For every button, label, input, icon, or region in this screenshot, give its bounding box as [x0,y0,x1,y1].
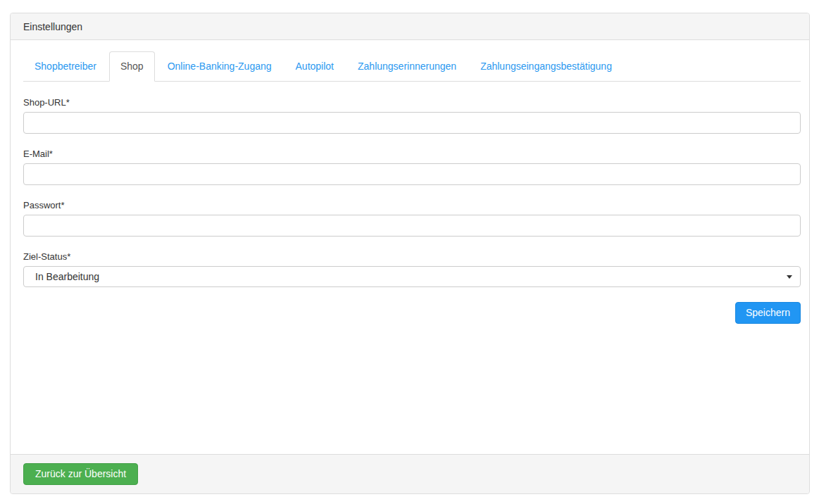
settings-panel: Einstellungen Shopbetreiber Shop Online-… [10,13,810,494]
tab-online-banking-zugang-label[interactable]: Online-Banking-Zugang [156,51,283,82]
ziel-status-select-wrap: In Bearbeitung [23,266,801,287]
panel-title: Einstellungen [11,13,809,40]
email-label: E-Mail* [23,149,801,159]
tab-zahlungserinnerungen[interactable]: Zahlungserinnerungen [346,51,468,82]
tab-shopbetreiber-label[interactable]: Shopbetreiber [23,51,108,82]
save-button[interactable]: Speichern [735,302,801,324]
back-to-overview-button[interactable]: Zurück zur Übersicht [23,463,138,485]
tab-shopbetreiber[interactable]: Shopbetreiber [23,51,108,82]
passwort-label: Passwort* [23,200,801,210]
tab-zahlungseingangsbestaetigung-label[interactable]: Zahlungseingangsbestätigung [469,51,623,82]
tab-shop-label[interactable]: Shop [109,51,155,82]
shop-url-label: Shop-URL* [23,97,801,108]
tab-autopilot-label[interactable]: Autopilot [285,51,345,82]
email-input[interactable] [23,163,801,185]
tab-bar: Shopbetreiber Shop Online-Banking-Zugang… [23,51,801,82]
ziel-status-group: Ziel-Status* In Bearbeitung [23,251,801,287]
save-button-row: Speichern [23,302,801,324]
tab-online-banking-zugang[interactable]: Online-Banking-Zugang [156,51,283,82]
tab-zahlungserinnerungen-label[interactable]: Zahlungserinnerungen [346,51,468,82]
shop-settings-form: Shop-URL* E-Mail* Passwort* Ziel-Status*… [23,97,801,324]
panel-footer: Zurück zur Übersicht [11,454,809,493]
email-group: E-Mail* [23,149,801,185]
shop-url-group: Shop-URL* [23,97,801,134]
passwort-input[interactable] [23,215,801,237]
passwort-group: Passwort* [23,200,801,237]
tab-zahlungseingangsbestaetigung[interactable]: Zahlungseingangsbestätigung [469,51,623,82]
tab-autopilot[interactable]: Autopilot [285,51,345,82]
tab-shop[interactable]: Shop [109,51,155,82]
ziel-status-select[interactable]: In Bearbeitung [23,266,801,287]
panel-body: Shopbetreiber Shop Online-Banking-Zugang… [11,40,809,454]
shop-url-input[interactable] [23,112,801,134]
ziel-status-label: Ziel-Status* [23,251,801,262]
